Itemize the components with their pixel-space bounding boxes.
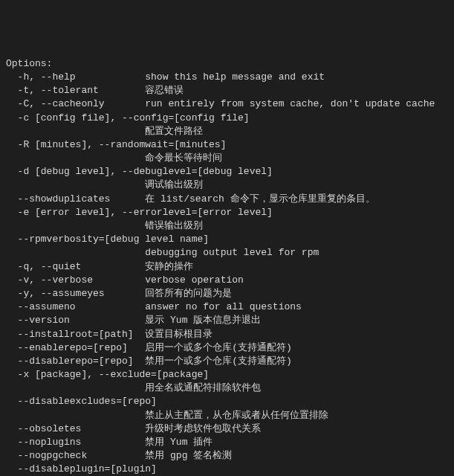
terminal-output: Options: -h, --help show this help messa… xyxy=(6,57,448,476)
options-header: Options: xyxy=(6,58,52,69)
options-list: -h, --help show this help message and ex… xyxy=(6,71,448,476)
